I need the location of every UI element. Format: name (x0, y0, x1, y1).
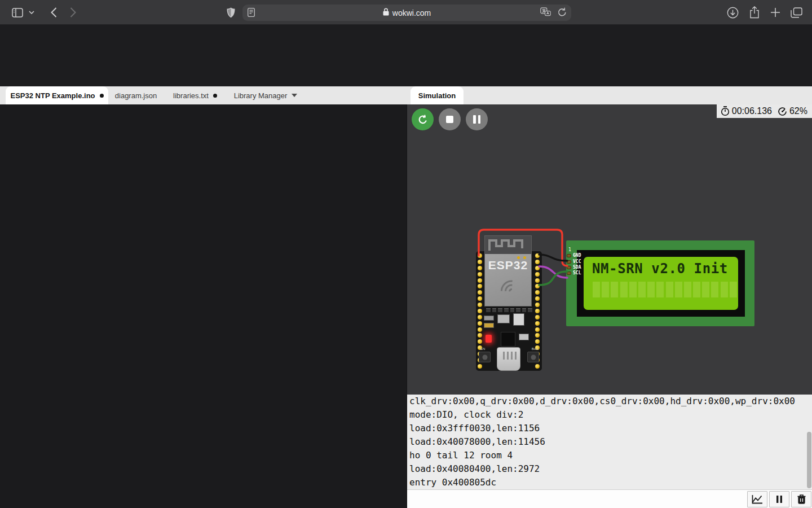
esp32-antenna (485, 236, 531, 254)
pause-icon (473, 115, 480, 124)
reload-icon[interactable] (558, 7, 567, 19)
tab-simulation[interactable]: Simulation (411, 86, 464, 104)
privacy-shield-icon[interactable] (224, 7, 237, 18)
voltage-regulator (497, 314, 510, 323)
board-capacitor-row (486, 308, 532, 312)
micro-usb-connector (497, 347, 520, 371)
serial-line: ho 0 tail 12 room 4 (407, 449, 812, 462)
smd-component (519, 334, 529, 340)
lcd1602-module[interactable]: NM-SRN v2.0 Init 1 GND VCC SDA SCL (566, 240, 754, 326)
lcd-text-line1: NM-SRN v2.0 Init (592, 261, 728, 277)
serial-line: load:0x40080400,len:2972 (407, 462, 812, 476)
performance-gauge-icon (778, 107, 787, 116)
serial-line: entry 0x400805dc (407, 476, 812, 489)
lcd-gnd-label: GND (573, 253, 581, 258)
esp32-label: ESP32 (485, 259, 531, 272)
forward-button[interactable] (67, 7, 79, 18)
tab-label: diagram.json (115, 91, 157, 100)
url-text: wokwi.com (392, 8, 431, 17)
tab-diagram-json[interactable]: diagram.json (111, 86, 161, 104)
en-button-label: EN (480, 347, 485, 351)
code-editor-pane[interactable] (0, 104, 407, 508)
wifi-logo-icon (495, 274, 520, 300)
boot-button-label: Boot (532, 347, 539, 351)
esp32-devkit-board[interactable]: ESP32 EN Boot (476, 251, 542, 371)
tab-sketch-file[interactable]: ESP32 NTP Example.ino (6, 86, 108, 104)
en-button[interactable] (479, 352, 491, 362)
wokwi-simulator-page: wokwi.com (0, 0, 812, 508)
tab-label: libraries.txt (173, 91, 209, 100)
lcd-bezel: NM-SRN v2.0 Init (577, 250, 745, 317)
tab-label: Library Manager (234, 91, 288, 100)
unsaved-indicator (100, 94, 104, 98)
serial-scrollbar-thumb[interactable] (807, 432, 811, 488)
boot-button[interactable] (527, 352, 539, 362)
unsaved-indicator (213, 94, 217, 98)
smd-component (484, 323, 494, 328)
lcd-pin1-label: 1 (568, 247, 571, 252)
restart-simulation-button[interactable] (412, 108, 434, 130)
wire-scl[interactable] (539, 266, 567, 278)
wire-sda[interactable] (539, 271, 567, 285)
browser-toolbar: wokwi.com (0, 0, 812, 25)
power-led (486, 335, 492, 343)
reader-mode-icon[interactable] (248, 8, 255, 19)
serial-toolbar (407, 489, 812, 508)
translate-icon[interactable] (540, 7, 551, 19)
serial-plotter-button[interactable] (747, 491, 767, 507)
address-bar[interactable]: wokwi.com (242, 5, 571, 21)
simulation-pane: 00:06.136 62% (407, 104, 812, 508)
pause-simulation-button[interactable] (466, 108, 488, 130)
tab-overview-icon[interactable] (790, 7, 802, 18)
stop-icon (446, 116, 453, 123)
wire-gnd[interactable] (539, 255, 567, 261)
back-button[interactable] (47, 7, 60, 18)
performance-value: 62% (789, 106, 807, 116)
lcd-vcc-label: VCC (573, 260, 581, 264)
lcd-sda-label: SDA (573, 265, 581, 270)
lcd-screen: NM-SRN v2.0 Init (584, 257, 738, 310)
serial-line: clk_drv:0x00,q_drv:0x00,d_drv:0x00,cs0_d… (407, 395, 812, 408)
page-header-band (0, 25, 812, 86)
tab-libraries-txt[interactable]: libraries.txt (167, 86, 223, 104)
stopwatch-icon (721, 106, 730, 116)
lcd-row2-cells (593, 282, 737, 297)
downloads-icon[interactable] (726, 7, 739, 18)
chevron-down-icon (292, 94, 297, 97)
serial-pause-button[interactable] (769, 491, 789, 507)
sidebar-toggle-icon[interactable] (11, 7, 24, 18)
lock-icon (383, 8, 389, 17)
lcd-pin-header: 1 GND VCC SDA SCL (567, 253, 581, 277)
smd-component (484, 316, 494, 321)
serial-line: mode:DIO, clock div:2 (407, 408, 812, 422)
tab-library-manager[interactable]: Library Manager (228, 86, 303, 104)
serial-line: load:0x3fff0030,len:1156 (407, 422, 812, 435)
share-icon[interactable] (748, 7, 761, 18)
smd-component (513, 313, 524, 326)
lcd-scl-label: SCL (573, 271, 581, 275)
usb-uart-chip (501, 332, 515, 347)
serial-line: load:0x40078000,len:11456 (407, 435, 812, 449)
new-tab-icon[interactable] (769, 7, 782, 18)
simulation-canvas[interactable]: 00:06.136 62% (407, 104, 812, 395)
serial-monitor[interactable]: clk_drv:0x00,q_drv:0x00,d_drv:0x00,cs0_d… (407, 395, 812, 489)
simulation-status-badge: 00:06.136 62% (717, 104, 812, 118)
sidebar-chevron-down-icon[interactable] (28, 7, 35, 18)
tab-label: Simulation (418, 91, 456, 100)
workspace-tabbar: ESP32 NTP Example.ino diagram.json libra… (0, 86, 812, 104)
elapsed-time: 00:06.136 (732, 106, 772, 116)
esp32-module-shield: ESP32 (484, 235, 532, 306)
stop-simulation-button[interactable] (439, 108, 461, 130)
tab-label: ESP32 NTP Example.ino (10, 91, 95, 100)
serial-clear-button[interactable] (791, 491, 811, 507)
